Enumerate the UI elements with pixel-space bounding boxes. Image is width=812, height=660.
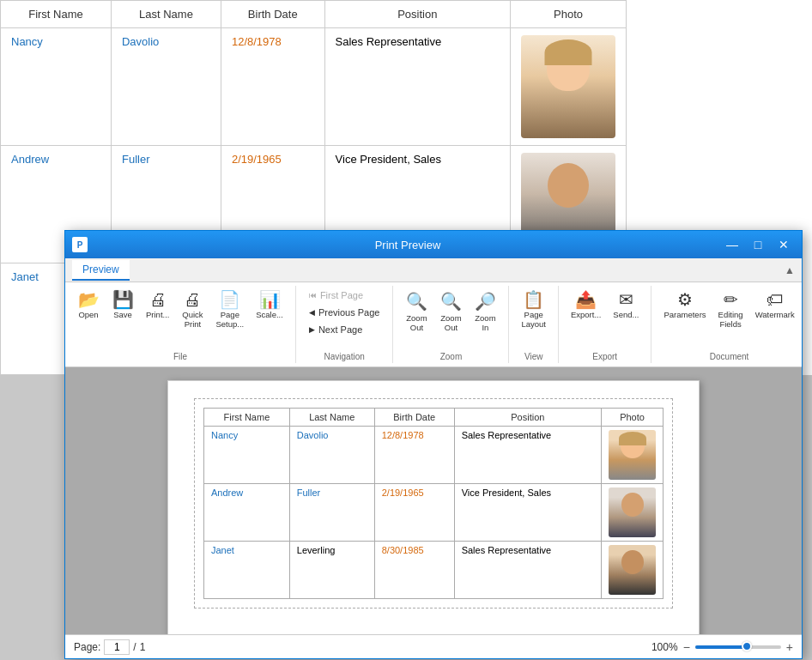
title-bar: P Print Preview — □ ✕ bbox=[65, 231, 802, 258]
prev-page-label: Previous Page bbox=[318, 307, 380, 318]
open-label: Open bbox=[78, 310, 98, 319]
preview-table: First Name Last Name Birth Date Position… bbox=[203, 408, 664, 599]
save-button[interactable]: 💾 Save bbox=[106, 288, 139, 323]
preview-cell-birth: 8/30/1985 bbox=[374, 542, 454, 599]
table-row: Andrew Fuller 2/19/1965 Vice President, … bbox=[204, 484, 664, 542]
preview-cell-last: Leverling bbox=[289, 542, 374, 599]
export-label: Export... bbox=[571, 310, 601, 319]
print-label: Print... bbox=[146, 310, 169, 319]
save-icon: 💾 bbox=[112, 291, 134, 308]
preview-cell-first: Nancy bbox=[204, 427, 290, 484]
col-lastname: Last Name bbox=[111, 1, 221, 28]
parameters-icon: ⚙ bbox=[677, 291, 693, 308]
print-preview-dialog: P Print Preview — □ ✕ Preview ▲ 📂 Open 💾… bbox=[64, 230, 803, 659]
table-row: Nancy Davolio 12/8/1978 Sales Representa… bbox=[204, 427, 664, 484]
page-layout-label: Page Layout bbox=[521, 310, 546, 330]
ribbon-collapse-button[interactable]: ▲ bbox=[785, 264, 795, 276]
preview-avatar bbox=[609, 430, 656, 480]
preview-cell-birth: 12/8/1978 bbox=[374, 427, 454, 484]
print-button[interactable]: 🖨 Print... bbox=[141, 288, 174, 323]
previous-page-button[interactable]: ◀ Previous Page bbox=[303, 305, 386, 320]
zoom-slider-fill bbox=[695, 645, 747, 649]
preview-page: First Name Last Name Birth Date Position… bbox=[167, 380, 700, 634]
prev-page-icon: ◀ bbox=[309, 308, 315, 317]
zoom-in-icon: 🔎 bbox=[475, 291, 496, 312]
cell-first: Nancy bbox=[1, 28, 112, 146]
zoom-slider-thumb[interactable] bbox=[742, 641, 752, 651]
ribbon-group-export: 📤 Export... ✉ Send... Export bbox=[559, 286, 651, 363]
preview-avatar bbox=[609, 487, 656, 537]
open-icon: 📂 bbox=[78, 291, 100, 308]
preview-cell-position: Sales Representative bbox=[454, 427, 601, 484]
zoom-minus-button[interactable]: − bbox=[683, 640, 690, 654]
preview-col-photo: Photo bbox=[602, 409, 664, 427]
zoom-controls: 100% − + bbox=[651, 640, 793, 654]
file-group-label: File bbox=[173, 352, 187, 361]
quick-print-button[interactable]: 🖨 Quick Print bbox=[176, 288, 209, 333]
zoom-percent: 100% bbox=[651, 641, 678, 653]
preview-cell-photo bbox=[602, 484, 664, 542]
preview-cell-position: Sales Representative bbox=[454, 542, 601, 599]
window-controls: — □ ✕ bbox=[721, 236, 795, 253]
col-photo: Photo bbox=[511, 1, 627, 28]
zoom-group-label: Zoom bbox=[440, 352, 463, 361]
status-bar: Page: / 1 100% − + bbox=[65, 634, 802, 658]
page-setup-button[interactable]: 📄 Page Setup... bbox=[210, 288, 249, 333]
ribbon-group-view: 📋 Page Layout View bbox=[509, 286, 559, 363]
zoom-normal-icon: 🔍 bbox=[440, 291, 462, 312]
editing-fields-button[interactable]: ✏ Editing Fields bbox=[713, 288, 748, 333]
export-button[interactable]: 📤 Export... bbox=[566, 288, 606, 323]
zoom-slider[interactable] bbox=[695, 645, 781, 649]
dialog-icon: P bbox=[72, 237, 88, 252]
preview-cell-birth: 2/19/1965 bbox=[374, 484, 454, 542]
quick-print-label: Quick Print bbox=[182, 310, 203, 330]
cell-position: Sales Representative bbox=[324, 28, 510, 146]
zoom-in-button[interactable]: 🔎 Zoom In bbox=[469, 288, 501, 336]
page-layout-icon: 📋 bbox=[523, 291, 544, 308]
preview-cell-position: Vice President, Sales bbox=[454, 484, 601, 542]
scale-icon: 📊 bbox=[259, 291, 281, 308]
page-total: 1 bbox=[140, 641, 146, 653]
preview-col-birthdate: Birth Date bbox=[374, 409, 454, 427]
cell-last: Davolio bbox=[111, 28, 221, 146]
next-page-label: Next Page bbox=[318, 324, 362, 335]
tab-preview[interactable]: Preview bbox=[72, 260, 130, 281]
zoom-normal-button[interactable]: 🔍 Zoom Out bbox=[434, 288, 467, 336]
avatar bbox=[521, 35, 615, 138]
col-firstname: First Name bbox=[1, 1, 112, 28]
page-layout-button[interactable]: 📋 Page Layout bbox=[516, 288, 551, 333]
watermark-icon: 🏷 bbox=[767, 291, 784, 308]
preview-col-lastname: Last Name bbox=[289, 409, 374, 427]
zoom-plus-button[interactable]: + bbox=[786, 640, 793, 654]
parameters-button[interactable]: ⚙ Parameters bbox=[658, 288, 711, 323]
first-page-button[interactable]: ⏮ First Page bbox=[303, 288, 386, 303]
preview-cell-last: Davolio bbox=[289, 427, 374, 484]
page-setup-label: Page Setup... bbox=[215, 310, 244, 330]
quick-print-icon: 🖨 bbox=[184, 291, 201, 308]
close-button[interactable]: ✕ bbox=[773, 236, 795, 253]
next-page-button[interactable]: ▶ Next Page bbox=[303, 322, 386, 337]
send-button[interactable]: ✉ Send... bbox=[608, 288, 644, 323]
ribbon-group-zoom: 🔍 Zoom Out 🔍 Zoom Out 🔎 Zoom In Zoom bbox=[393, 286, 509, 363]
zoom-in-label: Zoom In bbox=[475, 313, 495, 333]
print-icon: 🖨 bbox=[149, 291, 167, 308]
watermark-button[interactable]: 🏷 Watermark bbox=[750, 288, 800, 323]
minimize-button[interactable]: — bbox=[721, 236, 743, 253]
open-button[interactable]: 📂 Open bbox=[72, 288, 105, 323]
send-label: Send... bbox=[613, 310, 639, 319]
maximize-button[interactable]: □ bbox=[747, 236, 769, 253]
preview-col-firstname: First Name bbox=[204, 409, 290, 427]
ribbon-group-file: 📂 Open 💾 Save 🖨 Print... 🖨 Quick Print 📄 bbox=[65, 286, 296, 363]
zoom-out-button[interactable]: 🔍 Zoom Out bbox=[400, 288, 433, 336]
first-page-icon: ⏮ bbox=[309, 291, 317, 300]
view-group-label: View bbox=[524, 352, 543, 361]
editing-fields-label: Editing Fields bbox=[718, 310, 743, 330]
ribbon-tabs: Preview ▲ bbox=[65, 258, 802, 282]
document-group-label: Document bbox=[710, 352, 749, 361]
send-icon: ✉ bbox=[619, 291, 633, 308]
preview-col-position: Position bbox=[454, 409, 601, 427]
navigation-group-label: Navigation bbox=[324, 352, 365, 361]
scale-button[interactable]: 📊 Scale... bbox=[251, 288, 288, 323]
save-label: Save bbox=[113, 310, 132, 319]
page-input[interactable] bbox=[104, 639, 130, 655]
